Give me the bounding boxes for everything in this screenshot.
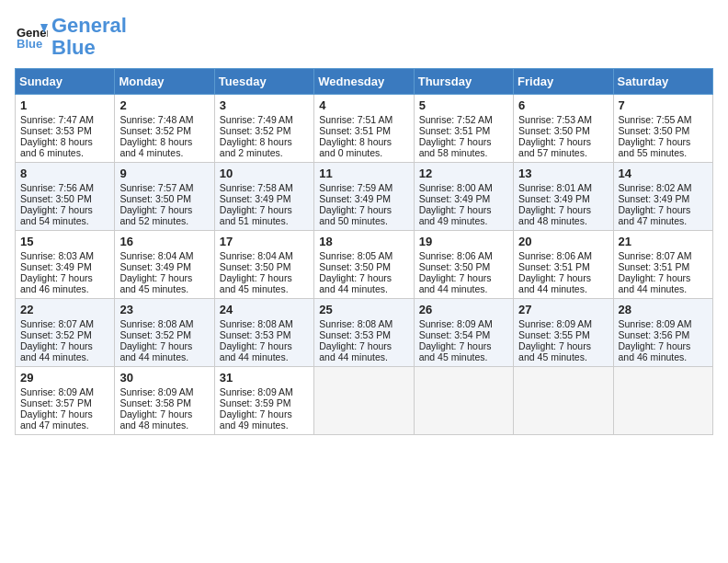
calendar-table: SundayMondayTuesdayWednesdayThursdayFrid… [15, 68, 713, 435]
day-number: 13 [518, 167, 608, 180]
day-number: 11 [319, 167, 408, 180]
daylight: Daylight: 7 hours and 45 minutes. [119, 272, 192, 294]
day-number: 19 [419, 235, 508, 248]
sunset: Sunset: 3:51 PM [319, 125, 391, 136]
day-number: 4 [319, 98, 408, 112]
sunrise: Sunrise: 8:09 AM [518, 318, 592, 329]
daylight: Daylight: 7 hours and 47 minutes. [619, 204, 691, 226]
calendar-cell: 25 Sunrise: 8:08 AM Sunset: 3:53 PM Dayl… [314, 299, 414, 367]
day-number: 23 [119, 303, 209, 316]
daylight: Daylight: 8 hours and 2 minutes. [220, 136, 292, 158]
calendar-cell: 16 Sunrise: 8:04 AM Sunset: 3:49 PM Dayl… [115, 231, 214, 299]
calendar-cell: 15 Sunrise: 8:03 AM Sunset: 3:49 PM Dayl… [16, 231, 115, 299]
daylight: Daylight: 7 hours and 44 minutes. [319, 340, 392, 362]
daylight: Daylight: 7 hours and 52 minutes. [119, 204, 192, 226]
day-number: 10 [220, 167, 309, 180]
day-number: 21 [619, 235, 708, 248]
sunset: Sunset: 3:50 PM [619, 125, 690, 136]
daylight: Daylight: 8 hours and 4 minutes. [119, 136, 192, 158]
sunrise: Sunrise: 7:48 AM [119, 114, 193, 125]
sunset: Sunset: 3:49 PM [319, 193, 391, 204]
calendar-cell: 7 Sunrise: 7:55 AM Sunset: 3:50 PM Dayli… [613, 95, 712, 163]
sunset: Sunset: 3:49 PM [619, 193, 690, 204]
day-number: 20 [518, 235, 608, 248]
logo-icon: General Blue [15, 20, 48, 53]
daylight: Daylight: 7 hours and 58 minutes. [419, 136, 492, 158]
sunrise: Sunrise: 7:55 AM [619, 114, 692, 125]
sunrise: Sunrise: 8:06 AM [518, 250, 592, 261]
day-number: 25 [319, 303, 408, 316]
day-number: 3 [220, 98, 309, 112]
sunset: Sunset: 3:51 PM [619, 261, 690, 272]
daylight: Daylight: 7 hours and 48 minutes. [119, 408, 192, 431]
day-number: 29 [20, 371, 109, 385]
calendar-cell: 6 Sunrise: 7:53 AM Sunset: 3:50 PM Dayli… [514, 95, 613, 163]
sunset: Sunset: 3:53 PM [319, 329, 391, 340]
calendar-week-3: 15 Sunrise: 8:03 AM Sunset: 3:49 PM Dayl… [16, 231, 713, 299]
sunrise: Sunrise: 8:09 AM [119, 386, 193, 397]
sunrise: Sunrise: 7:53 AM [518, 114, 592, 125]
sunset: Sunset: 3:50 PM [220, 261, 291, 272]
sunrise: Sunrise: 8:06 AM [419, 250, 493, 261]
daylight: Daylight: 7 hours and 54 minutes. [20, 204, 93, 226]
calendar-cell [414, 367, 513, 435]
column-header-thursday: Thursday [414, 69, 513, 95]
day-number: 17 [220, 235, 309, 248]
calendar-cell: 10 Sunrise: 7:58 AM Sunset: 3:49 PM Dayl… [214, 163, 313, 231]
column-header-monday: Monday [115, 69, 214, 95]
sunrise: Sunrise: 8:07 AM [619, 250, 692, 261]
sunset: Sunset: 3:59 PM [220, 397, 291, 408]
calendar-week-5: 29 Sunrise: 8:09 AM Sunset: 3:57 PM Dayl… [16, 367, 713, 435]
calendar-header: SundayMondayTuesdayWednesdayThursdayFrid… [16, 69, 713, 95]
daylight: Daylight: 7 hours and 45 minutes. [220, 272, 292, 294]
day-number: 9 [119, 167, 209, 180]
sunrise: Sunrise: 7:59 AM [319, 182, 392, 193]
sunrise: Sunrise: 7:57 AM [119, 182, 193, 193]
sunrise: Sunrise: 7:56 AM [20, 182, 94, 193]
calendar-body: 1 Sunrise: 7:47 AM Sunset: 3:53 PM Dayli… [16, 95, 713, 435]
sunrise: Sunrise: 8:09 AM [220, 386, 293, 397]
calendar-cell: 27 Sunrise: 8:09 AM Sunset: 3:55 PM Dayl… [514, 299, 613, 367]
sunset: Sunset: 3:49 PM [518, 193, 590, 204]
sunset: Sunset: 3:49 PM [220, 193, 291, 204]
calendar-cell: 3 Sunrise: 7:49 AM Sunset: 3:52 PM Dayli… [214, 95, 313, 163]
daylight: Daylight: 7 hours and 44 minutes. [518, 272, 591, 294]
day-number: 1 [20, 98, 109, 112]
calendar-cell: 18 Sunrise: 8:05 AM Sunset: 3:50 PM Dayl… [314, 231, 414, 299]
calendar-cell: 1 Sunrise: 7:47 AM Sunset: 3:53 PM Dayli… [16, 95, 115, 163]
sunset: Sunset: 3:52 PM [20, 329, 92, 340]
sunset: Sunset: 3:49 PM [119, 261, 191, 272]
sunrise: Sunrise: 8:09 AM [20, 386, 94, 397]
calendar-week-2: 8 Sunrise: 7:56 AM Sunset: 3:50 PM Dayli… [16, 163, 713, 231]
daylight: Daylight: 7 hours and 44 minutes. [220, 340, 292, 362]
daylight: Daylight: 7 hours and 51 minutes. [220, 204, 292, 226]
calendar-cell: 22 Sunrise: 8:07 AM Sunset: 3:52 PM Dayl… [16, 299, 115, 367]
calendar-cell [613, 367, 712, 435]
sunrise: Sunrise: 8:09 AM [419, 318, 493, 329]
calendar-cell: 17 Sunrise: 8:04 AM Sunset: 3:50 PM Dayl… [214, 231, 313, 299]
sunrise: Sunrise: 8:07 AM [20, 318, 94, 329]
daylight: Daylight: 7 hours and 45 minutes. [419, 340, 492, 362]
day-number: 31 [220, 371, 309, 385]
column-header-friday: Friday [514, 69, 613, 95]
page-header: General Blue GeneralBlue [15, 15, 713, 59]
sunset: Sunset: 3:50 PM [319, 261, 391, 272]
daylight: Daylight: 7 hours and 48 minutes. [518, 204, 591, 226]
column-header-tuesday: Tuesday [214, 69, 313, 95]
daylight: Daylight: 7 hours and 44 minutes. [319, 272, 392, 294]
calendar-cell: 31 Sunrise: 8:09 AM Sunset: 3:59 PM Dayl… [214, 367, 313, 435]
calendar-cell: 9 Sunrise: 7:57 AM Sunset: 3:50 PM Dayli… [115, 163, 214, 231]
sunset: Sunset: 3:53 PM [220, 329, 291, 340]
calendar-cell: 11 Sunrise: 7:59 AM Sunset: 3:49 PM Dayl… [314, 163, 414, 231]
svg-text:Blue: Blue [17, 37, 42, 51]
sunset: Sunset: 3:50 PM [518, 125, 590, 136]
calendar-cell [514, 367, 613, 435]
day-number: 15 [20, 235, 109, 248]
calendar-cell: 19 Sunrise: 8:06 AM Sunset: 3:50 PM Dayl… [414, 231, 513, 299]
sunset: Sunset: 3:50 PM [119, 193, 191, 204]
sunrise: Sunrise: 8:04 AM [220, 250, 293, 261]
column-header-sunday: Sunday [16, 69, 115, 95]
daylight: Daylight: 7 hours and 46 minutes. [619, 340, 691, 362]
sunset: Sunset: 3:57 PM [20, 397, 92, 408]
sunrise: Sunrise: 8:08 AM [319, 318, 392, 329]
